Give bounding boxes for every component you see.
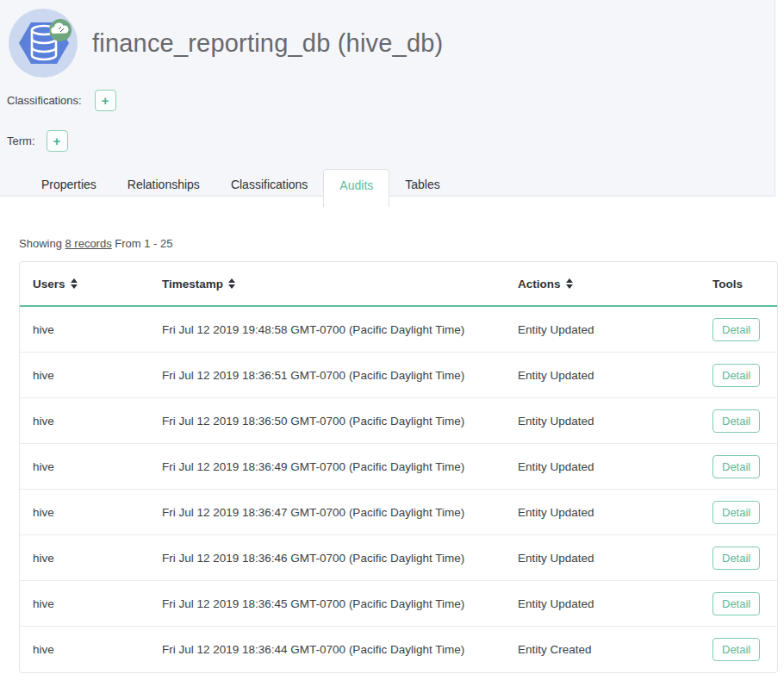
user-cell: hive <box>20 369 149 382</box>
audit-table: UsersTimestampActionsTools hiveFri Jul 1… <box>19 261 778 673</box>
records-count-link[interactable]: 8 records <box>65 237 111 250</box>
tabs: PropertiesRelationshipsClassificationsAu… <box>26 169 456 207</box>
tab-audits[interactable]: Audits <box>323 169 389 207</box>
table-row: hiveFri Jul 12 2019 18:36:44 GMT-0700 (P… <box>20 627 777 672</box>
table-row: hiveFri Jul 12 2019 19:48:58 GMT-0700 (P… <box>20 307 777 353</box>
column-header-timestamp[interactable]: Timestamp <box>149 278 504 290</box>
detail-button[interactable]: Detail <box>712 592 760 615</box>
action-cell: Entity Updated <box>504 460 695 473</box>
records-summary: Showing 8 records From 1 - 25 <box>19 237 784 250</box>
tools-cell: Detail <box>695 364 777 387</box>
timestamp-cell: Fri Jul 12 2019 18:36:50 GMT-0700 (Pacif… <box>149 415 504 428</box>
timestamp-cell: Fri Jul 12 2019 18:36:49 GMT-0700 (Pacif… <box>149 460 504 473</box>
action-cell: Entity Updated <box>504 323 695 336</box>
cloud-badge-icon <box>49 19 72 41</box>
tab-properties[interactable]: Properties <box>26 169 112 200</box>
action-cell: Entity Created <box>504 643 695 656</box>
audits-tab-content: Showing 8 records From 1 - 25 UsersTimes… <box>0 237 784 673</box>
tools-cell: Detail <box>695 592 777 615</box>
timestamp-cell: Fri Jul 12 2019 18:36:45 GMT-0700 (Pacif… <box>149 597 504 610</box>
table-row: hiveFri Jul 12 2019 18:36:47 GMT-0700 (P… <box>20 490 777 535</box>
detail-button[interactable]: Detail <box>712 318 760 341</box>
detail-button[interactable]: Detail <box>712 455 760 478</box>
tools-cell: Detail <box>695 318 777 341</box>
page-title: finance_reporting_db (hive_db) <box>92 29 443 58</box>
action-cell: Entity Updated <box>504 597 695 610</box>
user-cell: hive <box>20 643 149 656</box>
classifications-row: Classifications: + <box>0 90 775 111</box>
tools-cell: Detail <box>695 546 777 570</box>
column-label: Users <box>33 278 65 290</box>
tools-cell: Detail <box>695 501 777 524</box>
sort-icon <box>566 278 573 289</box>
tools-cell: Detail <box>695 455 777 478</box>
detail-button[interactable]: Detail <box>712 364 760 387</box>
action-cell: Entity Updated <box>504 415 695 428</box>
entity-header-panel: finance_reporting_db (hive_db) Classific… <box>0 0 775 197</box>
tools-cell: Detail <box>695 409 777 433</box>
user-cell: hive <box>20 552 149 565</box>
table-row: hiveFri Jul 12 2019 18:36:49 GMT-0700 (P… <box>20 444 777 490</box>
sort-icon <box>228 278 235 289</box>
column-label: Actions <box>518 278 561 290</box>
term-row: Term: + <box>0 130 775 152</box>
detail-button[interactable]: Detail <box>712 409 760 433</box>
table-row: hiveFri Jul 12 2019 18:36:51 GMT-0700 (P… <box>20 353 777 398</box>
action-cell: Entity Updated <box>504 552 695 565</box>
column-header-actions[interactable]: Actions <box>504 278 695 290</box>
action-cell: Entity Updated <box>504 369 695 382</box>
audit-table-body: hiveFri Jul 12 2019 19:48:58 GMT-0700 (P… <box>20 307 777 672</box>
detail-button[interactable]: Detail <box>712 546 760 570</box>
add-classification-button[interactable]: + <box>95 90 116 111</box>
column-header-tools: Tools <box>695 278 777 290</box>
user-cell: hive <box>20 323 149 336</box>
classifications-label: Classifications: <box>7 94 82 107</box>
tab-relationships[interactable]: Relationships <box>112 169 215 200</box>
entity-head: finance_reporting_db (hive_db) <box>0 0 775 78</box>
timestamp-cell: Fri Jul 12 2019 18:36:51 GMT-0700 (Pacif… <box>149 369 504 382</box>
column-header-users[interactable]: Users <box>20 278 149 290</box>
table-row: hiveFri Jul 12 2019 18:36:46 GMT-0700 (P… <box>20 535 777 581</box>
entity-avatar <box>9 9 78 78</box>
term-label: Term: <box>7 134 35 147</box>
action-cell: Entity Updated <box>504 506 695 519</box>
user-cell: hive <box>20 597 149 610</box>
column-label: Timestamp <box>162 278 223 290</box>
user-cell: hive <box>20 415 149 428</box>
timestamp-cell: Fri Jul 12 2019 18:36:47 GMT-0700 (Pacif… <box>149 506 504 519</box>
detail-button[interactable]: Detail <box>712 638 760 661</box>
user-cell: hive <box>20 506 149 519</box>
summary-prefix: Showing <box>19 237 65 250</box>
timestamp-cell: Fri Jul 12 2019 18:36:46 GMT-0700 (Pacif… <box>149 552 504 565</box>
table-row: hiveFri Jul 12 2019 18:36:45 GMT-0700 (P… <box>20 581 777 627</box>
audit-table-header-row: UsersTimestampActionsTools <box>20 262 777 307</box>
detail-button[interactable]: Detail <box>712 501 760 524</box>
summary-suffix: From 1 - 25 <box>112 237 173 250</box>
tools-cell: Detail <box>695 638 777 661</box>
timestamp-cell: Fri Jul 12 2019 18:36:44 GMT-0700 (Pacif… <box>149 643 504 656</box>
user-cell: hive <box>20 460 149 473</box>
table-row: hiveFri Jul 12 2019 18:36:50 GMT-0700 (P… <box>20 398 777 444</box>
tab-classifications[interactable]: Classifications <box>215 169 323 200</box>
tab-tables[interactable]: Tables <box>389 169 455 200</box>
timestamp-cell: Fri Jul 12 2019 19:48:58 GMT-0700 (Pacif… <box>149 323 504 336</box>
sort-icon <box>71 278 78 289</box>
add-term-button[interactable]: + <box>47 130 68 152</box>
column-label: Tools <box>712 278 743 290</box>
